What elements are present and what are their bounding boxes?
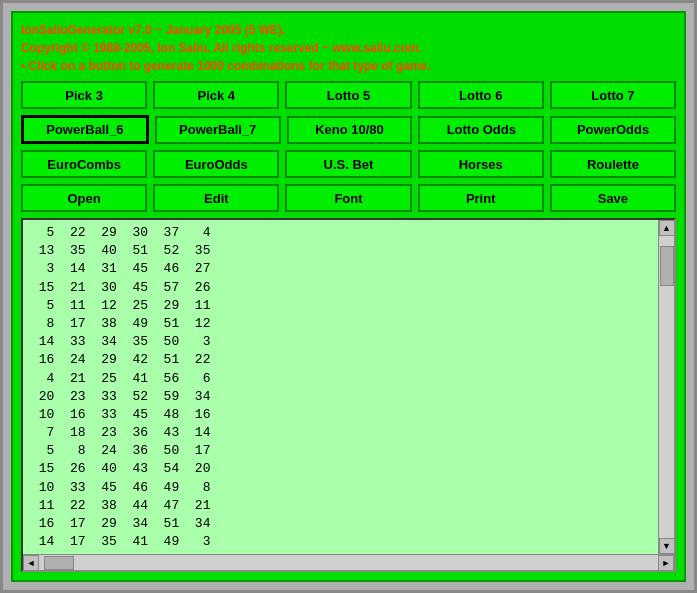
outer-border: IonSaliuGenerator v7.0 ~ January 2005 (5…	[0, 0, 697, 593]
powerodds-button[interactable]: PowerOdds	[550, 116, 676, 144]
usbet-button[interactable]: U.S. Bet	[285, 150, 411, 178]
lotto7-button[interactable]: Lotto 7	[550, 81, 676, 109]
scroll-thumb-h[interactable]	[44, 556, 74, 570]
button-row-2: PowerBall_6 PowerBall_7 Keno 10/80 Lotto…	[21, 115, 676, 144]
header-section: IonSaliuGenerator v7.0 ~ January 2005 (5…	[21, 21, 676, 75]
horizontal-scrollbar[interactable]: ◄ ►	[23, 554, 674, 570]
pick3-button[interactable]: Pick 3	[21, 81, 147, 109]
output-wrapper: 5 22 29 30 37 4 13 35 40 51 52 35 3 14 3…	[23, 220, 674, 570]
powerball7-button[interactable]: PowerBall_7	[155, 116, 281, 144]
lotto-odds-button[interactable]: Lotto Odds	[418, 116, 544, 144]
horses-button[interactable]: Horses	[418, 150, 544, 178]
scroll-track-h[interactable]	[39, 555, 658, 571]
scroll-thumb-v[interactable]	[660, 246, 674, 286]
print-button[interactable]: Print	[418, 184, 544, 212]
open-button[interactable]: Open	[21, 184, 147, 212]
euroodds-button[interactable]: EuroOdds	[153, 150, 279, 178]
keno-button[interactable]: Keno 10/80	[287, 116, 413, 144]
scroll-down-button[interactable]: ▼	[659, 538, 675, 554]
vertical-scrollbar[interactable]: ▲ ▼	[658, 220, 674, 554]
font-button[interactable]: Font	[285, 184, 411, 212]
scroll-right-button[interactable]: ►	[658, 555, 674, 571]
output-inner: 5 22 29 30 37 4 13 35 40 51 52 35 3 14 3…	[23, 220, 674, 554]
scroll-track-v[interactable]	[659, 236, 675, 538]
powerball6-button[interactable]: PowerBall_6	[21, 115, 149, 144]
app-copyright: Copyright © 1988-2005, Ion Saliu. All ri…	[21, 39, 676, 57]
app-instruction: • Click on a button to generate 1000 com…	[21, 57, 676, 75]
pick4-button[interactable]: Pick 4	[153, 81, 279, 109]
scroll-up-button[interactable]: ▲	[659, 220, 675, 236]
app-title: IonSaliuGenerator v7.0 ~ January 2005 (5…	[21, 21, 676, 39]
eurocombs-button[interactable]: EuroCombs	[21, 150, 147, 178]
edit-button[interactable]: Edit	[153, 184, 279, 212]
output-content[interactable]: 5 22 29 30 37 4 13 35 40 51 52 35 3 14 3…	[23, 220, 658, 554]
button-row-1: Pick 3 Pick 4 Lotto 5 Lotto 6 Lotto 7	[21, 81, 676, 109]
button-row-3: EuroCombs EuroOdds U.S. Bet Horses Roule…	[21, 150, 676, 178]
output-area: 5 22 29 30 37 4 13 35 40 51 52 35 3 14 3…	[21, 218, 676, 572]
main-panel: IonSaliuGenerator v7.0 ~ January 2005 (5…	[11, 11, 686, 582]
scroll-left-button[interactable]: ◄	[23, 555, 39, 571]
save-button[interactable]: Save	[550, 184, 676, 212]
roulette-button[interactable]: Roulette	[550, 150, 676, 178]
button-row-4: Open Edit Font Print Save	[21, 184, 676, 212]
lotto5-button[interactable]: Lotto 5	[285, 81, 411, 109]
lotto6-button[interactable]: Lotto 6	[418, 81, 544, 109]
